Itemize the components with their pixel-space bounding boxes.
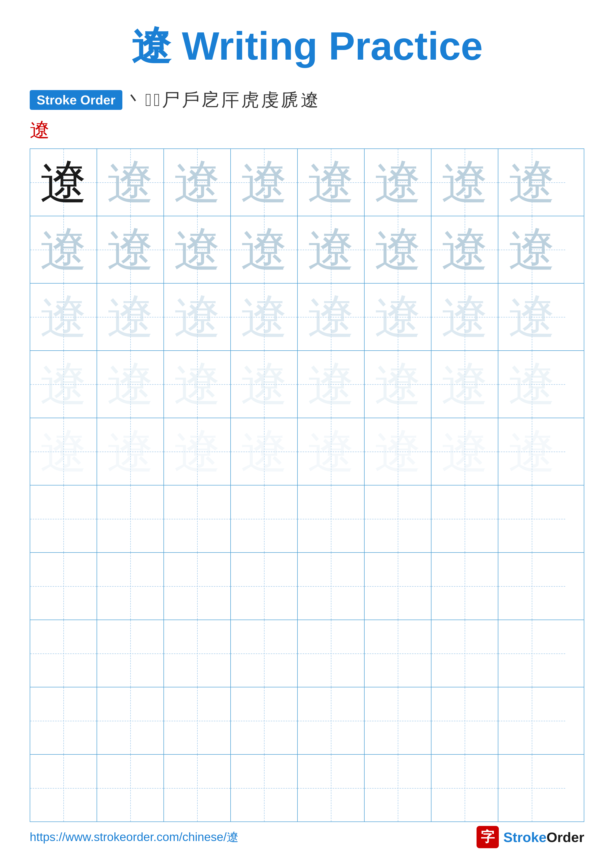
grid-cell[interactable] [498,620,565,687]
practice-char: 遼 [307,428,354,475]
grid-cell[interactable] [498,553,565,620]
grid-cell: 遼 [231,216,298,283]
grid-row-8 [30,620,584,687]
grid-cell: 遼 [365,351,431,418]
grid-cell[interactable] [97,620,164,687]
practice-char: 遼 [174,159,221,206]
grid-cell[interactable] [30,620,97,687]
grid-cell: 遼 [164,351,231,418]
grid-cell: 遼 [231,284,298,350]
grid-cell[interactable] [97,485,164,552]
stroke-11: 遼 [301,88,319,112]
grid-cell[interactable] [431,687,498,754]
grid-cell[interactable] [298,687,365,754]
grid-cell[interactable] [298,620,365,687]
stroke-6: 戹 [202,88,219,112]
grid-cell: 遼 [298,149,365,216]
practice-char: 遼 [307,226,354,273]
grid-cell: 遼 [431,149,498,216]
grid-cell: 遼 [498,351,565,418]
practice-char: 遼 [174,361,221,408]
grid-cell[interactable] [365,687,431,754]
grid-cell: 遼 [164,284,231,350]
stroke-4: 尸 [162,88,180,112]
grid-cell: 遼 [30,418,97,485]
grid-cell[interactable] [30,485,97,552]
stroke-order-section: Stroke Order 丶 𠂆 𠂇 尸 戶 戹 厈 虎 虔 虒 遼 [30,88,584,112]
practice-char: 遼 [374,293,421,341]
practice-char: 遼 [174,428,221,475]
grid-row-2: 遼 遼 遼 遼 遼 遼 遼 遼 [30,216,584,284]
practice-char: 遼 [508,159,555,206]
grid-cell[interactable] [365,755,431,822]
grid-cell[interactable] [431,755,498,822]
practice-char: 遼 [441,361,488,408]
stroke-8: 虎 [241,88,259,112]
grid-row-1: 遼 遼 遼 遼 遼 遼 遼 遼 [30,149,584,216]
practice-char: 遼 [374,428,421,475]
grid-cell[interactable] [231,620,298,687]
grid-cell: 遼 [164,149,231,216]
grid-cell[interactable] [498,755,565,822]
grid-cell[interactable] [431,553,498,620]
practice-char: 遼 [40,361,87,408]
grid-cell[interactable] [431,620,498,687]
grid-cell[interactable] [97,687,164,754]
grid-row-4: 遼 遼 遼 遼 遼 遼 遼 遼 [30,351,584,418]
grid-cell[interactable] [30,553,97,620]
grid-cell[interactable] [164,553,231,620]
grid-cell[interactable] [498,485,565,552]
grid-row-3: 遼 遼 遼 遼 遼 遼 遼 遼 [30,284,584,351]
grid-cell[interactable] [365,620,431,687]
grid-cell[interactable] [498,687,565,754]
practice-char: 遼 [508,428,555,475]
grid-cell[interactable] [431,485,498,552]
grid-cell: 遼 [498,418,565,485]
footer-url[interactable]: https://www.strokeorder.com/chinese/遼 [30,829,238,845]
grid-cell[interactable] [164,755,231,822]
practice-char: 遼 [40,428,87,475]
footer-logo: 字 StrokeOrder [477,826,584,848]
grid-cell: 遼 [298,216,365,283]
stroke-1: 丶 [125,88,143,112]
grid-cell: 遼 [365,284,431,350]
stroke-9: 虔 [261,88,279,112]
grid-row-9 [30,687,584,755]
practice-char: 遼 [174,226,221,273]
grid-cell: 遼 [498,284,565,350]
practice-char: 遼 [508,361,555,408]
grid-cell[interactable] [97,553,164,620]
grid-cell[interactable] [231,485,298,552]
grid-row-10 [30,755,584,822]
grid-row-6 [30,485,584,553]
grid-cell[interactable] [231,687,298,754]
grid-cell[interactable] [164,687,231,754]
grid-cell[interactable] [298,485,365,552]
grid-cell: 遼 [365,149,431,216]
grid-cell[interactable] [231,755,298,822]
grid-cell[interactable] [365,485,431,552]
practice-char: 遼 [241,226,288,273]
grid-cell: 遼 [164,418,231,485]
grid-cell[interactable] [97,755,164,822]
grid-cell[interactable] [298,755,365,822]
grid-cell[interactable] [365,553,431,620]
practice-char: 遼 [174,293,221,341]
practice-char: 遼 [241,361,288,408]
grid-cell[interactable] [30,755,97,822]
grid-cell[interactable] [231,553,298,620]
grid-cell: 遼 [231,418,298,485]
grid-cell[interactable] [30,687,97,754]
grid-cell: 遼 [30,216,97,283]
practice-char: 遼 [441,293,488,341]
grid-cell: 遼 [431,284,498,350]
practice-char: 遼 [441,226,488,273]
grid-cell[interactable] [164,620,231,687]
grid-cell: 遼 [30,284,97,350]
practice-char: 遼 [374,361,421,408]
grid-row-5: 遼 遼 遼 遼 遼 遼 遼 遼 [30,418,584,485]
grid-cell[interactable] [298,553,365,620]
grid-cell: 遼 [30,351,97,418]
practice-char: 遼 [40,159,87,206]
grid-cell[interactable] [164,485,231,552]
